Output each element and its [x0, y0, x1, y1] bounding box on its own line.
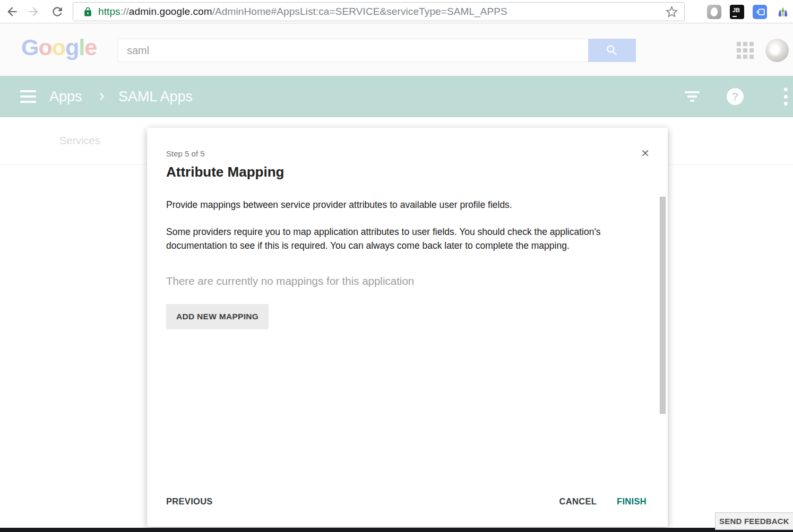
search-input[interactable] [118, 39, 588, 62]
browser-refresh-button[interactable] [49, 4, 65, 20]
attribute-mapping-dialog: ✕ Step 5 of 5 Attribute Mapping Provide … [147, 128, 668, 527]
logo-letter: e [84, 34, 97, 60]
url-path: /AdminHome#AppsList:ca=SERVICE&serviceTy… [212, 6, 507, 17]
close-icon[interactable]: ✕ [641, 147, 650, 160]
modal-body: Step 5 of 5 Attribute Mapping Provide ma… [147, 128, 668, 329]
extension-chart-icon[interactable] [775, 5, 790, 19]
fountain-icon [776, 5, 790, 19]
logo-letter: o [38, 34, 51, 60]
logo-letter: l [79, 34, 84, 60]
step-indicator: Step 5 of 5 [166, 149, 649, 158]
apps-grid-icon[interactable] [737, 42, 754, 59]
description-paragraph-1: Provide mappings between service provide… [166, 198, 639, 212]
modal-footer: PREVIOUS CANCEL FINISH [147, 496, 668, 507]
taskbar-strip [0, 528, 793, 532]
url-scheme: https [98, 6, 120, 17]
bookmark-star-icon[interactable] [666, 6, 678, 18]
admin-search [118, 39, 636, 62]
jb-underscore [732, 16, 737, 17]
breadcrumb-apps[interactable]: Apps [49, 76, 82, 117]
browser-back-button[interactable] [4, 4, 20, 20]
extension-gray-icon[interactable] [707, 5, 721, 19]
more-options-icon[interactable] [784, 88, 788, 106]
google-logo: Google [21, 36, 97, 59]
dialog-title: Attribute Mapping [166, 164, 649, 180]
url-domain: admin.google.com [129, 6, 212, 17]
tab-services[interactable]: Services [59, 135, 100, 147]
extension-tray: JB [707, 3, 790, 21]
add-new-mapping-button[interactable]: ADD NEW MAPPING [166, 304, 269, 329]
refresh-icon [50, 5, 64, 19]
browser-forward-button[interactable] [25, 4, 41, 20]
browser-toolbar: https://admin.google.com/AdminHome#AppsL… [0, 0, 793, 23]
help-button[interactable]: ? [727, 88, 744, 105]
search-button[interactable] [588, 39, 636, 62]
logo-letter: g [65, 34, 79, 60]
app-header: Google [0, 23, 793, 76]
url-text: https://admin.google.com/AdminHome#AppsL… [98, 6, 507, 18]
address-bar[interactable]: https://admin.google.com/AdminHome#AppsL… [73, 2, 685, 21]
help-glyph: ? [732, 90, 739, 103]
avatar[interactable] [765, 39, 789, 62]
extension-jetbrains-icon[interactable]: JB [730, 5, 744, 19]
logo-letter: G [21, 34, 38, 60]
search-icon [605, 43, 619, 57]
back-arrow-icon [5, 5, 19, 19]
cancel-button[interactable]: CANCEL [559, 496, 597, 507]
menu-hamburger-icon[interactable] [20, 90, 36, 103]
breadcrumb-saml-apps: SAML Apps [118, 76, 193, 117]
lock-icon [83, 7, 93, 17]
tag-icon [754, 6, 765, 18]
teal-nav-bar: Apps SAML Apps ? [0, 76, 793, 117]
description-paragraph-2: Some providers require you to map applic… [166, 225, 639, 252]
url-separator: :// [120, 6, 129, 17]
chevron-right-icon [94, 89, 109, 104]
send-feedback-button[interactable]: SEND FEEDBACK [715, 512, 793, 530]
empty-state-text: There are currently no mappings for this… [166, 275, 649, 287]
extension-tag-icon[interactable] [753, 5, 767, 19]
screen: https://admin.google.com/AdminHome#AppsL… [0, 0, 793, 532]
logo-letter: o [52, 34, 65, 60]
finish-button[interactable]: FINISH [617, 496, 647, 507]
filter-icon[interactable] [685, 91, 700, 102]
egg-shape-icon [710, 7, 718, 17]
scrollbar-thumb[interactable] [660, 197, 666, 414]
jb-label: JB [732, 7, 740, 13]
forward-arrow-icon [27, 5, 40, 19]
previous-button[interactable]: PREVIOUS [166, 496, 213, 507]
